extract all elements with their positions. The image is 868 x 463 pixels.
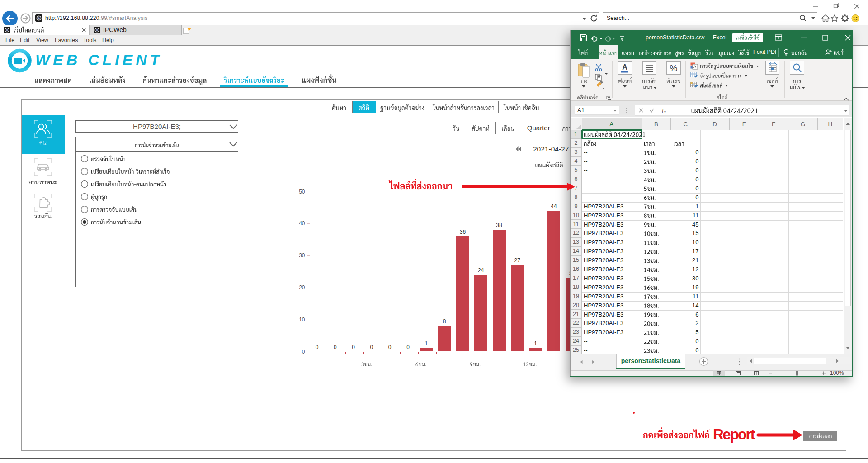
svg-text:A: A bbox=[623, 63, 628, 71]
svg-text:%: % bbox=[670, 63, 678, 73]
svg-text:x: x bbox=[664, 110, 666, 113]
